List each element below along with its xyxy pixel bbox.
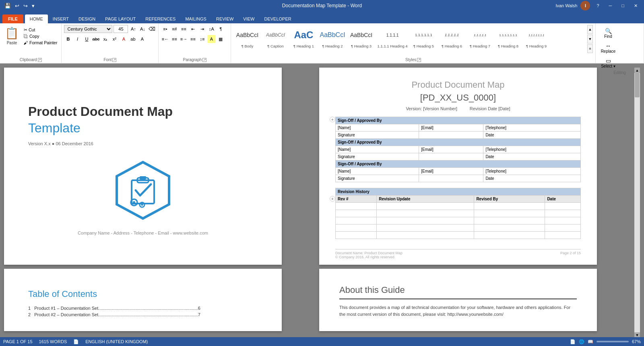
zoom-slider[interactable] [597, 341, 629, 342]
style-heading9[interactable]: 1.1.1.1.1.1.1 ¶ Heading 9 [523, 25, 550, 53]
tab-mailings[interactable]: MAILINGS [180, 14, 211, 23]
style-heading3[interactable]: AaBbCcI ¶ Heading 3 [348, 25, 375, 53]
rev-row-2 [336, 210, 581, 217]
title-right-controls: Ivan Walsh I ? ─ □ ✕ [555, 0, 641, 11]
font-name-select[interactable]: Century Gothic [64, 25, 112, 33]
font-size-increase-button[interactable]: A↑ [129, 25, 137, 33]
tab-insert[interactable]: INSERT [48, 14, 74, 23]
redo-icon[interactable]: ↪ [22, 3, 29, 9]
customize-icon[interactable]: ▾ [31, 3, 36, 9]
view-print-icon[interactable]: 📄 [570, 339, 576, 344]
style-heading4-label: 1.1.1.1 Heading 4 [378, 44, 408, 48]
font-expand-button[interactable]: ↗ [112, 58, 116, 62]
style-heading2[interactable]: AaBbCcI ¶ Heading 2 [318, 25, 347, 53]
justify-button[interactable]: ≡≡ [189, 35, 197, 43]
styles-scroll-down-button[interactable]: ▼ [587, 35, 593, 43]
scrollbar-up-button[interactable]: ▲ [634, 68, 640, 73]
tab-design[interactable]: DESIGN [74, 14, 100, 23]
increase-indent-button[interactable]: ⇥ [198, 25, 206, 33]
tab-review[interactable]: REVIEW [211, 14, 238, 23]
text-color-button[interactable]: A [120, 35, 128, 43]
save-icon[interactable]: 💾 [3, 3, 12, 9]
page-1: Product Document Map Template Version X.… [4, 68, 282, 265]
page-3: Table of Contents 1 Product #1 – Documen… [4, 269, 282, 331]
vertical-scrollbar[interactable]: ▲ ▼ [634, 68, 640, 338]
table-add-row-button-1[interactable]: + [330, 117, 335, 122]
replace-button[interactable]: ↔ Replace [598, 41, 618, 55]
scrollbar-track[interactable] [634, 73, 640, 332]
show-formatting-button[interactable]: ¶ [217, 25, 225, 33]
strikethrough-button[interactable]: abc [92, 35, 100, 43]
font-size-decrease-button[interactable]: A↓ [138, 25, 147, 33]
paragraph-group-label: Paragraph ↗ [161, 57, 228, 63]
style-heading6[interactable]: 1.1.1.1.1 ¶ Heading 6 [438, 25, 466, 53]
font-color-button[interactable]: A [138, 35, 146, 43]
find-button[interactable]: 🔍 Find [598, 27, 618, 40]
view-read-icon[interactable]: 📖 [588, 339, 593, 344]
revision-history-container: + Revision History Rev # Revision Update… [335, 188, 581, 239]
bold-button[interactable]: B [64, 35, 72, 43]
signoff-sig-label-2: Signature [336, 153, 419, 161]
numbered-list-button[interactable]: ≡# [170, 25, 178, 33]
left-column: Product Document Map Template Version X.… [4, 68, 315, 338]
line-spacing-button[interactable]: ↕≡ [198, 35, 206, 43]
style-body[interactable]: AaBbCcI ¶ Body [233, 25, 261, 53]
style-heading8[interactable]: 1.1.1.1.1.1.1 ¶ Heading 8 [495, 25, 522, 53]
signoff-header-row-3: Sign-Off / Approved By [336, 161, 581, 168]
styles-expand-dialog-button[interactable]: ↗ [417, 58, 421, 62]
paste-button[interactable]: 📋 Paste [2, 25, 21, 47]
styles-expand-button[interactable]: ≡ [587, 44, 593, 53]
align-center-button[interactable]: ≡≡ [170, 35, 178, 43]
signoff-header-1: Sign-Off / Approved By [336, 117, 581, 124]
close-button[interactable]: ✕ [631, 0, 641, 11]
format-painter-button[interactable]: 🖌 Format Painter [22, 39, 59, 46]
view-web-icon[interactable]: 🌐 [579, 339, 584, 344]
style-heading1[interactable]: AaC ¶ Heading 1 [290, 25, 317, 53]
signoff-sig-empty-2 [419, 153, 483, 161]
undo-icon[interactable]: ↩ [14, 3, 21, 9]
gear-left-center [133, 201, 135, 204]
minimize-button[interactable]: ─ [606, 0, 615, 11]
tab-developer[interactable]: DEVELOPER [259, 14, 296, 23]
style-heading7[interactable]: 1.1.1.1.1 ¶ Heading 7 [466, 25, 494, 53]
maximize-button[interactable]: □ [618, 0, 627, 11]
underline-button[interactable]: U [83, 35, 91, 43]
styles-group-label: Styles ↗ [233, 57, 593, 63]
style-caption[interactable]: AaBbCcI ¶ Caption [262, 25, 289, 53]
signoff-header-row-1: Sign-Off / Approved By [336, 117, 581, 124]
styles-scroll-up-button[interactable]: ▲ [587, 25, 593, 34]
shading-button[interactable]: A [207, 35, 215, 43]
cut-button[interactable]: ✂ Cut [22, 27, 59, 33]
italic-button[interactable]: I [73, 35, 81, 43]
scrollbar-thumb[interactable] [635, 73, 640, 97]
align-right-button[interactable]: ≡→ [180, 35, 188, 43]
decrease-indent-button[interactable]: ⇤ [189, 25, 197, 33]
sort-button[interactable]: ↕A [207, 25, 215, 33]
font-size-input[interactable] [114, 25, 128, 33]
help-button[interactable]: ? [593, 0, 602, 11]
multilevel-list-button[interactable]: ≡≡ [180, 25, 188, 33]
superscript-button[interactable]: x² [110, 35, 118, 43]
borders-button[interactable]: ▦ [217, 35, 225, 43]
copy-button[interactable]: ⿻ Copy [22, 33, 59, 39]
paragraph-expand-button[interactable]: ↗ [202, 58, 206, 62]
tab-page-layout[interactable]: PAGE LAYOUT [100, 14, 140, 23]
tab-view[interactable]: VIEW [238, 14, 259, 23]
gear-right-center [141, 204, 143, 206]
style-heading4[interactable]: 1.1.1.1 1.1.1.1 Heading 4 [376, 25, 409, 53]
bullet-list-button[interactable]: ≡• [161, 25, 169, 33]
table-add-row-button-2[interactable]: + [330, 196, 335, 202]
style-heading5[interactable]: 1.1.1.1.1.1 ¶ Heading 5 [410, 25, 438, 53]
clipboard-expand-button[interactable]: ↗ [38, 58, 42, 62]
tab-references[interactable]: REFERENCES [140, 14, 180, 23]
align-left-button[interactable]: ≡← [161, 35, 169, 43]
clear-format-button[interactable]: ⌫ [148, 25, 156, 33]
highlight-button[interactable]: ab [129, 35, 137, 43]
tab-file[interactable]: FILE [2, 14, 23, 23]
tab-home[interactable]: HOME [25, 14, 48, 23]
style-heading5-preview: 1.1.1.1.1.1 [415, 27, 432, 43]
page-3-content: Table of Contents 1 Product #1 – Documen… [4, 269, 282, 339]
style-body-preview: AaBbCcI [236, 27, 258, 43]
subscript-button[interactable]: x₂ [101, 35, 109, 43]
signoff-sig-row-2: Signature Date [336, 153, 581, 161]
